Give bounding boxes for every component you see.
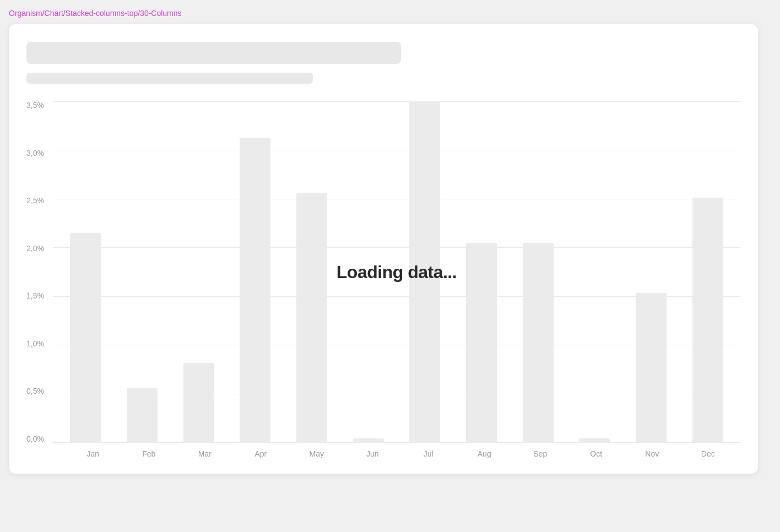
y-axis-label: 2,5% (26, 197, 44, 204)
y-axis-label: 3,5% (26, 101, 44, 109)
y-axis-label: 3,0% (26, 149, 44, 157)
bar-col (453, 243, 510, 443)
bar (296, 193, 327, 443)
bar-col (510, 243, 566, 443)
bar (579, 438, 610, 443)
x-axis-label: Nov (624, 449, 680, 458)
y-axis-label: 2,0% (26, 245, 44, 252)
bar-col (397, 101, 453, 443)
y-axis: 3,5%3,0%2,5%2,0%1,5%1,0%0,5%0,0% (26, 101, 44, 443)
x-axis-label: Jul (400, 449, 457, 458)
x-axis-label: Aug (457, 449, 513, 458)
bar-col (679, 198, 736, 443)
y-axis-label: 1,5% (26, 292, 44, 300)
bar (692, 198, 723, 443)
bar (183, 363, 214, 443)
bar-col (284, 193, 340, 443)
bar (636, 293, 667, 443)
bar-col (340, 438, 397, 443)
x-axis-label: Jun (345, 449, 401, 458)
bar-col (566, 438, 623, 443)
bars-container (53, 101, 740, 443)
bar (240, 138, 270, 443)
x-axis-label: Feb (121, 449, 177, 458)
bar-col (114, 388, 171, 443)
chart-card: 3,5%3,0%2,5%2,0%1,5%1,0%0,5%0,0% Loading… (9, 24, 758, 474)
x-axis-label: Oct (568, 449, 625, 458)
bar-col (57, 233, 114, 443)
bar-col (170, 363, 227, 443)
skeleton-title (26, 42, 401, 64)
y-axis-label: 0,5% (26, 387, 44, 395)
bar-col (623, 293, 680, 443)
x-axis-label: Sep (512, 449, 568, 458)
y-axis-label: 0,0% (26, 435, 44, 443)
breadcrumb[interactable]: Organism/Chart/Stacked-columns-top/30-Co… (9, 9, 182, 18)
bar (523, 243, 554, 443)
bar (353, 438, 384, 443)
skeleton-subtitle (26, 73, 313, 84)
x-axis-label: Apr (233, 449, 289, 458)
bar (70, 233, 101, 443)
chart-inner: 3,5%3,0%2,5%2,0%1,5%1,0%0,5%0,0% Loading… (26, 101, 740, 443)
bar (127, 388, 158, 443)
bar (409, 101, 440, 443)
y-axis-label: 1,0% (26, 340, 44, 348)
chart-body: Loading data... (53, 101, 740, 443)
bar (466, 243, 497, 443)
x-axis-label: May (289, 449, 345, 458)
x-axis-label: Dec (680, 449, 736, 458)
bar-col (227, 138, 284, 443)
chart-area: 3,5%3,0%2,5%2,0%1,5%1,0%0,5%0,0% Loading… (26, 101, 740, 458)
x-axis-label: Jan (65, 449, 121, 458)
x-axis-label: Mar (177, 449, 233, 458)
x-labels: JanFebMarAprMayJunJulAugSepOctNovDec (61, 449, 740, 458)
